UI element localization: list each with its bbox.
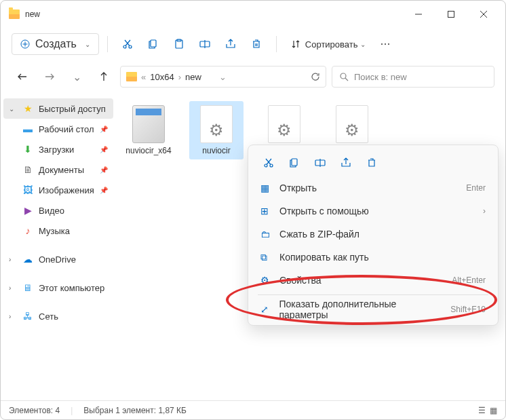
music-icon: ♪ [22, 225, 33, 236]
svg-line-26 [266, 159, 271, 165]
ctx-compress-zip[interactable]: 🗀 Сжать в ZIP-файл [252, 223, 494, 246]
up-button[interactable] [93, 66, 115, 88]
chevron-right-icon: › [483, 206, 486, 216]
context-menu: ▦ Открыть Enter ⊞ Открыть с помощью › 🗀 … [248, 145, 499, 326]
refresh-button[interactable] [311, 72, 320, 81]
svg-line-9 [125, 40, 130, 46]
sort-button[interactable]: Сортировать ⌄ [285, 33, 372, 55]
back-button[interactable] [12, 66, 33, 88]
rename-button[interactable] [308, 152, 332, 174]
ctx-show-more[interactable]: ⤢ Показать дополнительные параметры Shif… [252, 298, 494, 321]
separator [258, 294, 488, 295]
cut-button[interactable] [256, 152, 281, 174]
sidebar-item-network[interactable]: › 🖧 Сеть [3, 306, 113, 326]
paste-button[interactable] [168, 33, 191, 55]
new-label: Создать [35, 38, 77, 50]
sidebar-label: Загрузки [39, 145, 74, 155]
zip-icon: 🗀 [260, 229, 271, 240]
search-placeholder: Поиск в: new [354, 72, 407, 82]
copy-button[interactable] [282, 152, 307, 174]
address-part[interactable]: 10x64 [150, 72, 174, 82]
delete-button[interactable] [359, 152, 384, 174]
share-button[interactable] [219, 33, 242, 55]
sort-label: Сортировать [305, 39, 358, 50]
close-button[interactable] [470, 3, 497, 25]
download-icon: ⬇ [22, 144, 33, 155]
chevron-down-icon[interactable]: ⌄ [219, 72, 227, 82]
context-toolbar [252, 149, 494, 176]
maximize-button[interactable] [437, 3, 465, 25]
ctx-open-with[interactable]: ⊞ Открыть с помощью › [252, 199, 494, 223]
sidebar-item-onedrive[interactable]: › ☁ OneDrive [3, 249, 113, 269]
sidebar-label: Документы [39, 165, 84, 175]
ctx-open[interactable]: ▦ Открыть Enter [252, 176, 494, 199]
sidebar-item-pictures[interactable]: 🖼 Изображения 📌 [3, 180, 113, 200]
file-item-selected[interactable]: nuviocir [189, 101, 244, 159]
address-part[interactable]: new [185, 72, 201, 82]
sidebar-item-video[interactable]: ▶ Видео [3, 200, 113, 221]
expand-icon: ⤢ [260, 304, 271, 315]
sidebar-item-downloads[interactable]: ⬇ Загрузки 📌 [3, 139, 113, 159]
sidebar-item-quick-access[interactable]: ⌄ ★ Быстрый доступ [3, 98, 113, 119]
svg-line-22 [345, 78, 348, 81]
sidebar-item-this-pc[interactable]: › 🖥 Этот компьютер [3, 278, 113, 298]
delete-button[interactable] [245, 33, 268, 55]
sidebar-item-desktop[interactable]: ▬ Рабочий стол 📌 [3, 119, 113, 139]
separator [107, 36, 108, 52]
copy-button[interactable] [142, 33, 165, 55]
sidebar-label: OneDrive [39, 254, 76, 265]
sidebar-label: Видео [39, 206, 64, 216]
rename-button[interactable] [193, 33, 216, 55]
sidebar-label: Музыка [39, 226, 70, 236]
chevron-down-icon: ⌄ [9, 105, 17, 113]
cfg-icon [200, 105, 233, 143]
sidebar-item-documents[interactable]: 🗎 Документы 📌 [3, 159, 113, 180]
chevron-down-icon: ⌄ [85, 41, 90, 48]
view-icons-button[interactable]: ▦ [490, 406, 497, 415]
status-selection: Выбран 1 элемент: 1,87 КБ [83, 406, 187, 415]
open-icon: ▦ [260, 183, 271, 193]
copy-path-icon: ⧉ [260, 252, 271, 263]
sidebar-item-music[interactable]: ♪ Музыка [3, 221, 113, 241]
svg-rect-11 [151, 40, 156, 47]
sidebar-label: Быстрый доступ [39, 104, 106, 114]
new-button[interactable]: Создать ⌄ [12, 33, 99, 55]
shortcut: Alt+Enter [452, 275, 486, 285]
ctx-copy-path[interactable]: ⧉ Копировать как путь [252, 246, 494, 269]
view-details-button[interactable]: ☰ [478, 406, 486, 415]
address-bar[interactable]: « 10x64 › new ⌄ [120, 66, 326, 88]
search-input[interactable]: Поиск в: new [332, 66, 494, 88]
sidebar-label: Этот компьютер [39, 283, 104, 293]
more-button[interactable] [374, 33, 397, 55]
file-item[interactable] [257, 101, 311, 150]
minimize-button[interactable] [405, 3, 432, 25]
svg-line-10 [125, 40, 130, 46]
ctx-label: Сжать в ZIP-файл [279, 229, 359, 240]
folder-icon [126, 72, 137, 81]
sidebar-label: Сеть [39, 311, 58, 322]
cfg-icon [268, 105, 300, 143]
ctx-properties[interactable]: ⚙ Свойства Alt+Enter [252, 269, 494, 292]
navigation-bar: ⌄ « 10x64 › new ⌄ Поиск в: new [1, 60, 505, 93]
exe-icon [132, 105, 165, 143]
search-icon [339, 72, 349, 81]
svg-point-19 [385, 43, 386, 45]
ctx-label: Открыть с помощью [279, 206, 369, 216]
forward-button[interactable] [39, 66, 60, 88]
cut-button[interactable] [116, 33, 139, 55]
network-icon: 🖧 [22, 311, 33, 322]
pin-icon: 📌 [100, 166, 108, 174]
file-item[interactable]: nuviocir_x64 [121, 101, 176, 159]
desktop-icon: ▬ [22, 123, 33, 134]
address-prefix: « [141, 72, 146, 82]
titlebar: new [1, 1, 505, 28]
file-item[interactable] [325, 101, 379, 150]
open-with-icon: ⊞ [260, 206, 271, 216]
chevron-right-icon: › [9, 256, 17, 263]
status-count: Элементов: 4 [9, 406, 60, 415]
shortcut: Enter [466, 183, 486, 193]
sidebar-label: Рабочий стол [39, 124, 94, 134]
recent-button[interactable]: ⌄ [66, 66, 87, 88]
file-explorer-window: new Создать ⌄ [0, 0, 506, 420]
share-button[interactable] [334, 152, 358, 174]
